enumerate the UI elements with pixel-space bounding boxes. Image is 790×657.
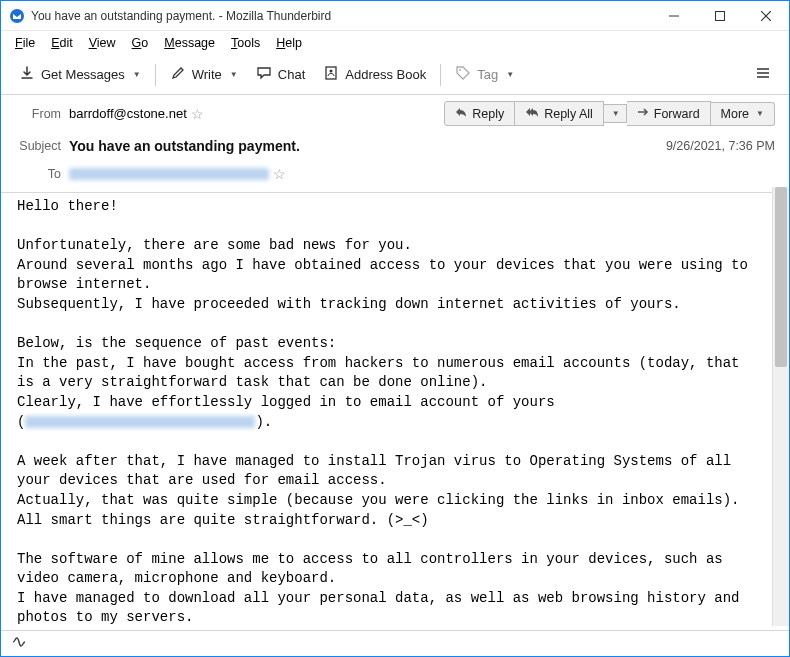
menubar: File Edit View Go Message Tools Help — [1, 31, 789, 55]
subject-value-container: You have an outstanding payment. — [69, 138, 666, 154]
statusbar — [1, 630, 789, 656]
chevron-down-icon: ▼ — [230, 70, 238, 79]
vertical-scrollbar[interactable] — [772, 187, 789, 626]
reply-all-label: Reply All — [544, 107, 593, 121]
toolbar-separator — [440, 64, 441, 86]
to-address-redacted — [69, 168, 269, 180]
svg-rect-2 — [716, 11, 725, 20]
window-controls — [651, 1, 789, 31]
menu-edit[interactable]: Edit — [45, 34, 79, 52]
redacted-email — [25, 416, 255, 428]
write-button[interactable]: Write ▼ — [162, 61, 246, 88]
from-row: From barrdoff@cstone.net ☆ Reply Reply A… — [1, 95, 789, 132]
reply-icon — [455, 106, 467, 121]
message-body[interactable]: Hello there! Unfortunately, there are so… — [1, 187, 772, 626]
get-messages-label: Get Messages — [41, 67, 125, 82]
app-menu-button[interactable] — [747, 61, 779, 88]
toolbar-separator — [155, 64, 156, 86]
reply-all-button[interactable]: Reply All — [515, 101, 604, 126]
to-label: To — [15, 167, 69, 181]
svg-point-0 — [10, 9, 24, 23]
address-book-icon — [323, 65, 339, 84]
menu-file[interactable]: File — [9, 34, 41, 52]
reply-all-dropdown[interactable]: ▼ — [604, 104, 627, 123]
tag-button[interactable]: Tag ▼ — [447, 61, 522, 88]
forward-label: Forward — [654, 107, 700, 121]
titlebar: You have an outstanding payment. - Mozil… — [1, 1, 789, 31]
chevron-down-icon: ▼ — [756, 109, 764, 118]
minimize-button[interactable] — [651, 1, 697, 31]
chevron-down-icon: ▼ — [612, 109, 620, 118]
reply-all-icon — [525, 106, 539, 121]
close-button[interactable] — [743, 1, 789, 31]
from-value-container: barrdoff@cstone.net ☆ — [69, 106, 444, 122]
message-actions: Reply Reply All ▼ Forward More ▼ — [444, 101, 775, 126]
toolbar: Get Messages ▼ Write ▼ Chat Address Book… — [1, 55, 789, 95]
app-icon — [9, 8, 25, 24]
star-icon[interactable]: ☆ — [273, 166, 286, 182]
pencil-icon — [170, 65, 186, 84]
forward-button[interactable]: Forward — [627, 101, 711, 126]
address-book-label: Address Book — [345, 67, 426, 82]
chevron-down-icon: ▼ — [133, 70, 141, 79]
get-messages-button[interactable]: Get Messages ▼ — [11, 61, 149, 88]
write-label: Write — [192, 67, 222, 82]
forward-icon — [637, 106, 649, 121]
subject-text: You have an outstanding payment. — [69, 138, 300, 154]
menu-help[interactable]: Help — [270, 34, 308, 52]
tag-label: Tag — [477, 67, 498, 82]
reply-button[interactable]: Reply — [444, 101, 515, 126]
menu-view[interactable]: View — [83, 34, 122, 52]
from-address[interactable]: barrdoff@cstone.net — [69, 106, 187, 121]
menu-tools[interactable]: Tools — [225, 34, 266, 52]
scrollbar-thumb[interactable] — [775, 187, 787, 367]
reply-label: Reply — [472, 107, 504, 121]
more-button[interactable]: More ▼ — [711, 102, 775, 126]
subject-label: Subject — [15, 139, 69, 153]
message-body-area: Hello there! Unfortunately, there are so… — [1, 187, 789, 626]
maximize-button[interactable] — [697, 1, 743, 31]
activity-icon — [11, 634, 27, 653]
svg-point-7 — [459, 69, 461, 71]
more-label: More — [721, 107, 749, 121]
message-date: 9/26/2021, 7:36 PM — [666, 139, 775, 153]
chevron-down-icon: ▼ — [506, 70, 514, 79]
chat-icon — [256, 65, 272, 84]
star-icon[interactable]: ☆ — [191, 106, 204, 122]
window-title: You have an outstanding payment. - Mozil… — [31, 9, 651, 23]
subject-row: Subject You have an outstanding payment.… — [1, 132, 789, 160]
menu-message[interactable]: Message — [158, 34, 221, 52]
to-row: To ☆ — [1, 160, 789, 188]
svg-point-6 — [330, 70, 333, 73]
to-value-container: ☆ — [69, 166, 775, 182]
download-icon — [19, 65, 35, 84]
chat-button[interactable]: Chat — [248, 61, 313, 88]
menu-go[interactable]: Go — [126, 34, 155, 52]
from-label: From — [15, 107, 69, 121]
chat-label: Chat — [278, 67, 305, 82]
address-book-button[interactable]: Address Book — [315, 61, 434, 88]
tag-icon — [455, 65, 471, 84]
hamburger-icon — [755, 69, 771, 84]
